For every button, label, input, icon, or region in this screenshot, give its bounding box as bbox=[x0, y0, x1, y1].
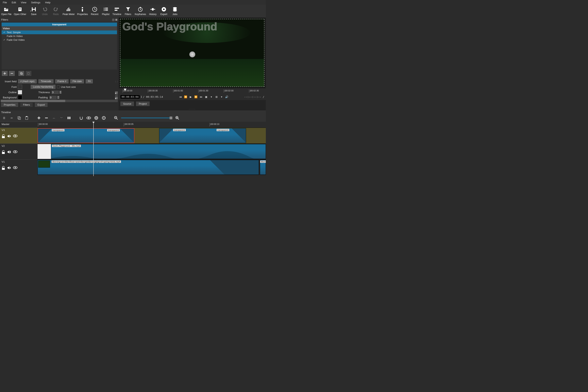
menu-file[interactable]: File bbox=[0, 0, 9, 4]
cut-icon[interactable]: ✂ bbox=[9, 115, 14, 120]
background-color-swatch[interactable] bbox=[18, 95, 22, 100]
insert-field-button[interactable]: Timecode bbox=[38, 79, 54, 84]
audio-icon[interactable] bbox=[7, 150, 11, 154]
play-icon[interactable]: ▶ bbox=[189, 94, 193, 99]
mute-icon[interactable] bbox=[7, 166, 11, 170]
video-preview[interactable]: God's Playground bbox=[119, 18, 265, 88]
current-timecode[interactable]: 00:00:03:04 bbox=[120, 95, 140, 99]
outline-color-swatch[interactable] bbox=[18, 90, 22, 94]
lock-icon[interactable] bbox=[1, 134, 5, 138]
lock-icon[interactable] bbox=[1, 150, 5, 154]
eye-icon[interactable] bbox=[13, 166, 17, 169]
padding-spinner[interactable]: ▲▼ bbox=[49, 96, 60, 100]
splitter-handle[interactable]: ······ bbox=[119, 108, 266, 110]
eye-icon[interactable] bbox=[13, 134, 17, 138]
timeline-clip[interactable]: transparenttransparent bbox=[159, 128, 246, 143]
vscrollbar[interactable]: ▴ ▾ bbox=[115, 92, 118, 99]
ripple-icon[interactable] bbox=[94, 115, 99, 120]
tab-export[interactable]: Export bbox=[35, 102, 48, 107]
tab-properties[interactable]: Properties bbox=[1, 102, 18, 107]
zoom-in-icon[interactable] bbox=[175, 115, 180, 120]
scrub-icon[interactable] bbox=[86, 115, 91, 120]
checkbox-icon[interactable] bbox=[3, 35, 5, 38]
chevron-down-icon[interactable]: ▾ bbox=[219, 94, 224, 99]
filter-item[interactable]: ✓Fade Out Video bbox=[1, 38, 117, 42]
paste-icon[interactable] bbox=[24, 115, 29, 120]
checkbox-icon[interactable]: ✓ bbox=[3, 31, 5, 34]
tc-up[interactable]: ▲ bbox=[141, 96, 142, 97]
toolbar-timeline[interactable]: Timeline bbox=[111, 6, 123, 16]
tab-filters[interactable]: Filters bbox=[20, 102, 33, 107]
menu-icon[interactable]: ☰ bbox=[1, 115, 7, 120]
ripple-all-icon[interactable] bbox=[101, 115, 106, 120]
zoom-fit-icon[interactable]: ▣ bbox=[204, 94, 208, 99]
forward-icon[interactable]: ⏩ bbox=[194, 94, 198, 99]
track-header-v3[interactable]: V3 bbox=[0, 128, 37, 144]
toolbar-properties[interactable]: Properties bbox=[76, 6, 89, 16]
menu-view[interactable]: View bbox=[18, 0, 29, 4]
font-color-swatch[interactable] bbox=[18, 85, 22, 89]
toolbar-playlist[interactable]: Playlist bbox=[100, 6, 111, 16]
tab-source[interactable]: Source bbox=[120, 101, 134, 106]
skip-start-icon[interactable]: ⏮ bbox=[178, 94, 183, 99]
add-filter-button[interactable] bbox=[1, 71, 8, 76]
font-picker[interactable]: Lucida Handwriting bbox=[30, 84, 56, 89]
eye-icon[interactable] bbox=[13, 150, 17, 153]
menu-settings[interactable]: Settings bbox=[29, 0, 43, 4]
timeline-clip[interactable]: transparenttransparent bbox=[37, 128, 134, 143]
lift-icon[interactable]: ︿ bbox=[51, 115, 56, 120]
snap-icon[interactable] bbox=[79, 115, 84, 120]
toolbar-history[interactable]: History bbox=[147, 6, 158, 16]
skip-end-icon[interactable]: ⏭ bbox=[199, 94, 203, 99]
remove-filter-button[interactable] bbox=[9, 71, 15, 76]
track-v3[interactable]: transparenttransparenttransparenttranspa… bbox=[37, 128, 266, 144]
drag-handle[interactable]: ⋮⋮ bbox=[115, 81, 118, 83]
zoom-slider[interactable] bbox=[121, 118, 172, 118]
preview-ruler[interactable]: |00:00:00|00:00:30|00:01:00|00:01:30|00:… bbox=[119, 89, 266, 94]
timeline-ruler[interactable]: |00:00:00|00:00:05|00:00:10 bbox=[37, 122, 266, 128]
menu-help[interactable]: Help bbox=[43, 0, 53, 4]
mute-icon[interactable] bbox=[7, 134, 11, 138]
tab-project[interactable]: Project bbox=[136, 101, 150, 106]
grid-icon[interactable]: ⊞ bbox=[214, 94, 219, 99]
remove-icon[interactable] bbox=[44, 115, 49, 120]
close-icon[interactable]: ⊠ bbox=[115, 18, 117, 21]
track-header-v1[interactable]: V1 bbox=[0, 159, 37, 175]
toolbar-open-other[interactable]: Open Other▾ bbox=[13, 6, 28, 16]
rewind-icon[interactable]: ⏪ bbox=[184, 94, 188, 99]
toolbar-peak-meter[interactable]: Peak Meter bbox=[61, 6, 76, 16]
use-font-size-checkbox[interactable] bbox=[57, 86, 60, 88]
insert-field-button[interactable]: # (Hash sign) bbox=[18, 79, 37, 84]
track-v2[interactable]: God's Playground - Mix.mp3 bbox=[37, 144, 266, 159]
toolbar-redo[interactable]: Redo bbox=[50, 6, 61, 16]
menu-edit[interactable]: Edit bbox=[9, 0, 18, 4]
detach-icon[interactable]: ◫ bbox=[112, 18, 114, 21]
track-header-v2[interactable]: V2 bbox=[0, 144, 37, 159]
toolbar-undo[interactable]: Undo bbox=[39, 6, 50, 16]
toolbar-keyframes[interactable]: Keyframes bbox=[134, 6, 147, 16]
tc-down[interactable]: ▼ bbox=[141, 97, 142, 98]
thickness-spinner[interactable]: ▲▼ bbox=[51, 90, 62, 94]
insert-field-button[interactable]: Frame # bbox=[55, 79, 69, 84]
insert-field-button[interactable]: File date bbox=[70, 79, 84, 84]
toolbar-save[interactable]: Save bbox=[28, 6, 39, 16]
chevron-down-icon[interactable]: ▾ bbox=[209, 94, 213, 99]
append-icon[interactable] bbox=[36, 115, 41, 120]
track-v1[interactable]: Morning+on+the+River+and+the+gentle+sing… bbox=[37, 159, 266, 175]
toolbar-export[interactable]: Export bbox=[158, 6, 169, 16]
hscrollbar[interactable] bbox=[1, 100, 118, 102]
toolbar-jobs[interactable]: Jobs bbox=[169, 6, 181, 16]
insert-field-button[interactable]: Fil bbox=[85, 79, 93, 84]
filter-item[interactable]: ✓Text: Simple bbox=[1, 30, 117, 34]
toolbar-recent[interactable]: Recent bbox=[89, 6, 100, 16]
copy-filter-button[interactable] bbox=[18, 71, 24, 76]
volume-icon[interactable]: 🔊 bbox=[224, 94, 229, 99]
zoom-out-icon[interactable] bbox=[113, 115, 119, 120]
paste-filter-button[interactable] bbox=[25, 71, 32, 76]
toolbar-filters[interactable]: Filters bbox=[123, 6, 134, 16]
toolbar-open-file[interactable]: Open File bbox=[0, 6, 13, 16]
split-icon[interactable] bbox=[66, 115, 72, 120]
checkbox-icon[interactable]: ✓ bbox=[3, 38, 5, 41]
copy-icon[interactable] bbox=[16, 115, 22, 120]
overwrite-icon[interactable]: ﹀ bbox=[59, 115, 64, 120]
